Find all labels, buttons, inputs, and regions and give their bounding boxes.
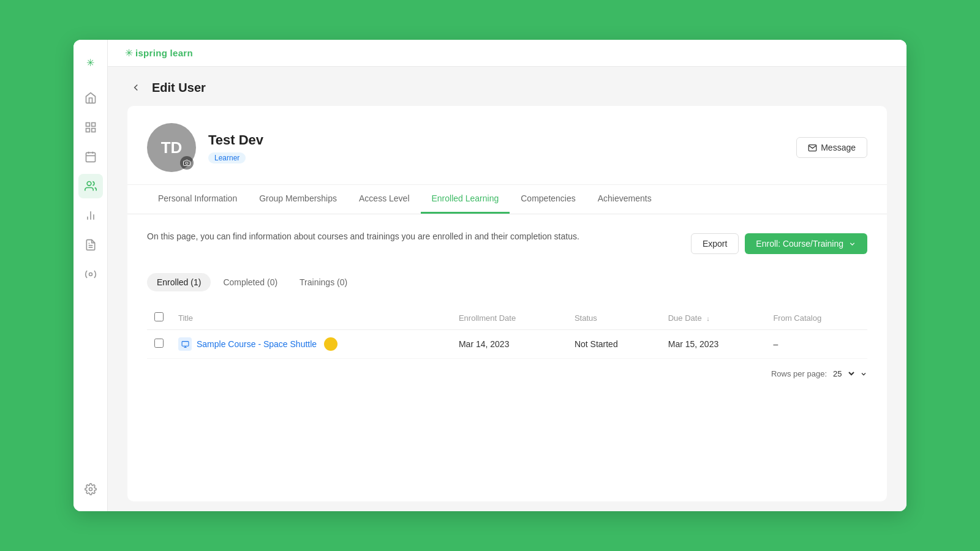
- page-header: Edit User: [108, 67, 907, 96]
- course-icon: [178, 337, 192, 351]
- rows-per-page-label: Rows per page:: [771, 369, 827, 378]
- course-title[interactable]: Sample Course - Space Shuttle: [197, 339, 317, 349]
- tab-personal[interactable]: Personal Information: [147, 185, 248, 214]
- sidebar-item-users[interactable]: [78, 174, 103, 198]
- user-profile-section: TD Test Dev Learner Message: [127, 106, 887, 185]
- enroll-button[interactable]: Enroll: Course/Training: [745, 233, 867, 254]
- tab-content-enrolled: On this page, you can find information a…: [127, 214, 887, 501]
- user-avatar: TD: [147, 123, 196, 172]
- svg-point-14: [89, 273, 92, 276]
- back-button[interactable]: [127, 79, 145, 96]
- rows-dropdown-icon: [860, 370, 867, 378]
- app-logo: ✳: [86, 50, 94, 81]
- svg-rect-4: [86, 152, 95, 162]
- export-button[interactable]: Export: [691, 233, 739, 254]
- filter-tab-trainings[interactable]: Trainings (0): [290, 273, 357, 291]
- logo-star-icon: ✳: [125, 47, 133, 59]
- svg-rect-3: [86, 129, 89, 132]
- rows-per-page: Rows per page: 25 50 100: [147, 369, 867, 379]
- sidebar-item-home[interactable]: [78, 86, 103, 110]
- info-text: On this page, you can find information a…: [147, 231, 579, 241]
- svg-rect-2: [91, 129, 95, 132]
- page-title: Edit User: [152, 81, 206, 95]
- sidebar-item-settings[interactable]: [78, 477, 103, 501]
- tab-enrolled[interactable]: Enrolled Learning: [421, 185, 510, 214]
- svg-rect-0: [86, 123, 89, 127]
- enrollment-date-cell: Mar 14, 2023: [451, 330, 567, 359]
- message-button[interactable]: Message: [796, 137, 867, 158]
- tab-bar: Personal Information Group Memberships A…: [127, 185, 887, 214]
- sidebar-item-reports[interactable]: [78, 203, 103, 228]
- svg-rect-17: [182, 341, 189, 346]
- col-due-date[interactable]: Due Date ↓: [661, 306, 766, 330]
- svg-point-15: [89, 488, 92, 491]
- user-role-badge: Learner: [208, 152, 246, 163]
- table-row: Sample Course - Space Shuttle Mar 14, 20…: [147, 330, 867, 359]
- avatar-camera-button[interactable]: [180, 156, 194, 170]
- logo-icon: ✳: [86, 57, 94, 69]
- due-date-cell: Mar 15, 2023: [661, 330, 766, 359]
- status-cell: Not Started: [567, 330, 661, 359]
- rows-per-page-select[interactable]: 25 50 100: [831, 369, 856, 379]
- svg-point-8: [87, 182, 91, 186]
- col-status: Status: [567, 306, 661, 330]
- sidebar-item-tasks[interactable]: [78, 233, 103, 257]
- filter-tab-completed[interactable]: Completed (0): [213, 273, 287, 291]
- row-checkbox[interactable]: [154, 339, 164, 348]
- avatar-initials: TD: [161, 138, 183, 157]
- tab-groups[interactable]: Group Memberships: [248, 185, 348, 214]
- course-title-cell: Sample Course - Space Shuttle: [171, 330, 451, 359]
- hover-indicator: [324, 337, 337, 351]
- svg-rect-1: [91, 123, 95, 127]
- sort-icon: ↓: [706, 315, 710, 322]
- sidebar-item-courses[interactable]: [78, 115, 103, 140]
- sidebar-item-calendar[interactable]: [78, 144, 103, 169]
- select-all-checkbox[interactable]: [154, 312, 164, 321]
- svg-point-16: [186, 162, 188, 165]
- col-title: Title: [171, 306, 451, 330]
- tab-competencies[interactable]: Competencies: [510, 185, 587, 214]
- col-enrollment-date: Enrollment Date: [451, 306, 567, 330]
- enroll-button-label: Enroll: Course/Training: [756, 239, 843, 249]
- user-info: Test Dev Learner: [208, 132, 263, 163]
- content-card: TD Test Dev Learner Message Personal Inf…: [127, 106, 887, 501]
- due-date-label: Due Date: [668, 313, 702, 323]
- filter-tab-enrolled[interactable]: Enrolled (1): [147, 273, 211, 291]
- message-button-label: Message: [821, 143, 856, 152]
- filter-tabs: Enrolled (1) Completed (0) Trainings (0): [147, 273, 867, 291]
- sidebar: ✳: [74, 40, 108, 511]
- tab-achievements[interactable]: Achievements: [587, 185, 663, 214]
- sidebar-item-automations[interactable]: [78, 262, 103, 287]
- app-name: ispring learn: [135, 48, 193, 58]
- col-from-catalog: From Catalog: [766, 306, 867, 330]
- user-name: Test Dev: [208, 132, 263, 148]
- enrolled-table: Title Enrollment Date Status Due Date ↓ …: [147, 306, 867, 359]
- main-content: ✳ ispring learn Edit User TD Test Dev: [108, 40, 907, 511]
- from-catalog-cell: –: [766, 330, 867, 359]
- actions-row: On this page, you can find information a…: [147, 231, 867, 256]
- tab-access[interactable]: Access Level: [348, 185, 420, 214]
